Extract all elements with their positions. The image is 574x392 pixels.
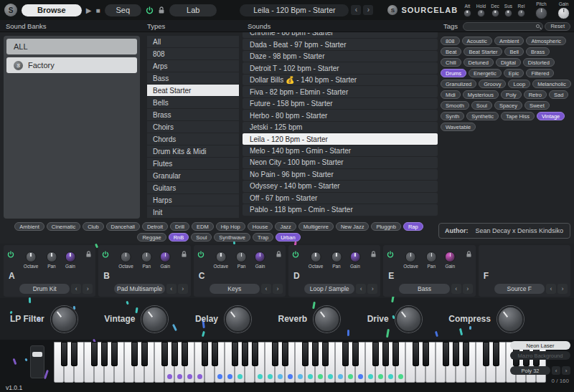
tag-chip-filtered[interactable]: Filtered: [526, 69, 554, 77]
piano-black-key[interactable]: [101, 342, 108, 366]
mazro-background-button[interactable]: Mazro Background: [510, 351, 570, 360]
genre-chip-cinematic[interactable]: Cinematic: [47, 222, 80, 231]
pan-knob[interactable]: [141, 252, 152, 262]
bank-item-all[interactable]: ALL: [6, 39, 137, 54]
octave-knob[interactable]: [26, 252, 37, 262]
lp-filter-knob[interactable]: [51, 306, 77, 333]
type-item-drum-kits-midi[interactable]: Drum Kits & Midi: [147, 145, 239, 157]
tag-chip-808[interactable]: 808: [441, 37, 460, 45]
channel-next-button[interactable]: ›: [273, 284, 283, 294]
sound-item-melo-140-bpm-gmin-starter[interactable]: Melo - 140 bpm - Gmin - Starter: [243, 145, 438, 156]
sound-item-daze-98-bpm-starter[interactable]: Daze - 98 bpm - Starter: [243, 51, 438, 62]
tag-chip-acoustic[interactable]: Acoustic: [462, 37, 492, 45]
genre-chip-pluggnb[interactable]: Pluggnb: [371, 222, 401, 231]
piano-black-key[interactable]: [372, 342, 379, 366]
channel-prev-button[interactable]: ‹: [261, 284, 271, 294]
pan-knob[interactable]: [331, 252, 342, 262]
tag-chip-melancholic[interactable]: Melancholic: [532, 80, 571, 88]
channel-next-button[interactable]: ›: [83, 284, 93, 294]
poly-mode-button[interactable]: Poly 32: [510, 366, 550, 375]
octave-knob[interactable]: [311, 252, 321, 262]
compress-knob[interactable]: [497, 306, 524, 333]
genre-chip-ambient[interactable]: Ambient: [14, 222, 44, 231]
genre-chip-rnb[interactable]: RnB: [169, 233, 189, 242]
channel-power-icon[interactable]: [7, 248, 14, 261]
tag-chip-mysterious[interactable]: Mysterious: [463, 90, 499, 99]
piano-black-key[interactable]: [91, 342, 98, 366]
piano-black-key[interactable]: [453, 342, 459, 366]
channel-lock-icon[interactable]: [370, 248, 377, 261]
sus-knob[interactable]: [504, 9, 512, 17]
piano-black-key[interactable]: [111, 342, 118, 366]
genre-chip-dancehall[interactable]: Dancehall: [106, 222, 140, 231]
browse-button[interactable]: Browse: [22, 4, 82, 16]
poly-next-button[interactable]: ›: [562, 366, 570, 375]
type-item-brass[interactable]: Brass: [147, 109, 239, 120]
genre-chip-urban[interactable]: Urban: [276, 233, 300, 242]
channel-source-selector[interactable]: Keys: [210, 284, 260, 294]
tag-chip-soul[interactable]: Soul: [471, 101, 492, 110]
octave-knob[interactable]: [215, 252, 226, 262]
tag-search-input[interactable]: [463, 22, 543, 31]
tag-chip-beat-starter[interactable]: Beat Starter: [464, 47, 502, 56]
piano-black-key[interactable]: [382, 342, 389, 366]
tag-chip-chill[interactable]: Chill: [441, 58, 461, 67]
tag-chip-synth[interactable]: Synth: [441, 112, 464, 120]
channel-source-selector[interactable]: Pad Multisample: [114, 284, 164, 294]
channel-next-button[interactable]: ›: [178, 284, 188, 294]
type-item-choirs[interactable]: Choirs: [147, 121, 239, 133]
sound-item-no-pain-96-bpm-starter[interactable]: No Pain - 96 bpm - Starter: [243, 169, 438, 180]
channel-source-selector[interactable]: Bass: [399, 284, 449, 294]
tag-chip-retro[interactable]: Retro: [524, 90, 547, 99]
poly-prev-button[interactable]: ‹: [552, 366, 560, 375]
type-item-bells[interactable]: Bells: [147, 97, 239, 108]
genre-chip-house[interactable]: House: [248, 222, 273, 231]
sound-item-dollar-bills-140-bpm-starter[interactable]: Dollar Bills 💰 - 140 bpm - Starter: [243, 75, 438, 85]
lab-button[interactable]: Lab: [169, 4, 217, 16]
tag-chip-distorted[interactable]: Distorted: [523, 58, 555, 67]
channel-source-selector[interactable]: Loop / Sample: [304, 284, 354, 294]
channel-lock-icon[interactable]: [276, 248, 282, 261]
channel-prev-button[interactable]: ‹: [356, 284, 366, 294]
type-item-beat-starter[interactable]: Beat Starter: [147, 85, 239, 96]
genre-chip-drill[interactable]: Drill: [170, 222, 189, 231]
genre-chip-synthwave[interactable]: Synthwave: [214, 233, 250, 242]
piano-black-key[interactable]: [131, 342, 138, 366]
genre-chip-hip-hop[interactable]: Hip Hop: [216, 222, 245, 231]
pan-knob[interactable]: [426, 252, 437, 262]
seq-button[interactable]: Seq: [105, 4, 142, 16]
genre-chip-reggae[interactable]: Reggae: [137, 233, 166, 242]
type-item-all[interactable]: All: [147, 36, 239, 47]
pan-knob[interactable]: [46, 252, 57, 262]
genre-chip-trap[interactable]: Trap: [253, 233, 273, 242]
sound-item-off-67-bpm-starter[interactable]: Off - 67 bpm - Starter: [243, 193, 438, 204]
piano-black-key[interactable]: [312, 342, 319, 366]
channel-lock-icon[interactable]: [466, 248, 472, 261]
channel-power-icon[interactable]: [387, 248, 394, 261]
neon-laser-button[interactable]: Neon Laser: [510, 341, 570, 350]
tag-chip-epic[interactable]: Epic: [504, 69, 524, 77]
piano-black-key[interactable]: [282, 342, 288, 366]
piano-black-key[interactable]: [171, 342, 178, 366]
type-item-guitars[interactable]: Guitars: [147, 182, 239, 193]
preset-next-button[interactable]: ›: [363, 5, 373, 15]
tag-chip-tape-hiss[interactable]: Tape Hiss: [501, 112, 535, 120]
piano-black-key[interactable]: [272, 342, 278, 366]
gain-knob[interactable]: [160, 252, 171, 262]
channel-prev-button[interactable]: ‹: [71, 284, 81, 294]
piano-black-key[interactable]: [493, 342, 499, 366]
channel-power-icon[interactable]: [197, 248, 204, 261]
reverb-knob[interactable]: [314, 306, 340, 333]
piano-black-key[interactable]: [141, 342, 148, 366]
channel-lock-icon[interactable]: [181, 248, 187, 261]
sound-item-fiva-82-bpm-ebmin-starter[interactable]: Fiva - 82 bpm - Ebmin - Starter: [243, 86, 438, 97]
sound-item-dada-beat-97-bpm-starter[interactable]: Dada - Beat - 97 bpm - Starter: [243, 39, 438, 49]
dec-knob[interactable]: [491, 9, 499, 17]
sound-item-chrome-80-bpm-starter[interactable]: Chrome - 80 bpm - Starter: [243, 32, 438, 38]
gain-knob[interactable]: [255, 252, 265, 262]
piano-black-key[interactable]: [302, 342, 309, 366]
tag-chip-brass[interactable]: Brass: [526, 47, 550, 56]
tag-chip-energetic[interactable]: Energetic: [469, 69, 502, 77]
tag-chip-vintage[interactable]: Vintage: [537, 112, 565, 120]
vintage-knob[interactable]: [141, 306, 168, 333]
